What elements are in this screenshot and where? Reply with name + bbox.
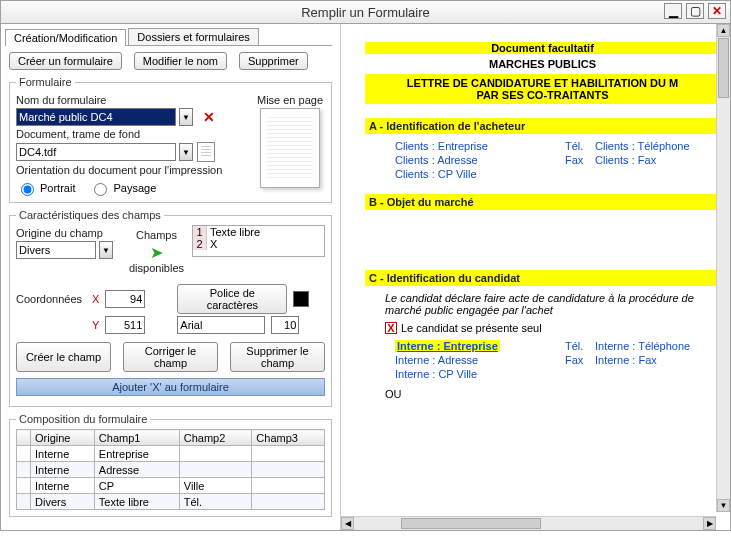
color-swatch[interactable]	[293, 291, 309, 307]
disponibles-label: disponibles	[129, 262, 184, 274]
col-champ1[interactable]: Champ1	[94, 430, 179, 446]
preview-pane: Document facultatif MARCHES PUBLICS LETT…	[341, 24, 730, 530]
page-preview[interactable]	[260, 108, 320, 188]
mise-en-page-label: Mise en page	[255, 94, 325, 106]
doc-input[interactable]	[16, 143, 176, 161]
origine-select[interactable]	[16, 241, 96, 259]
section-c: C - Identification du candidat	[365, 270, 720, 286]
y-input[interactable]	[105, 316, 145, 334]
coord-label: Coordonnées	[16, 293, 86, 305]
chevron-down-icon[interactable]: ▼	[99, 241, 113, 259]
fix-field-button[interactable]: Corriger le champ	[123, 342, 218, 372]
font-size-input[interactable]	[271, 316, 299, 334]
scroll-down-icon[interactable]: ▼	[717, 499, 730, 512]
doc-facultatif: Document facultatif	[365, 42, 720, 54]
x-label: X	[92, 293, 99, 305]
lettre-line2: PAR SES CO-TRAITANTS	[476, 89, 608, 101]
table-row: DiversTexte libreTél.	[17, 494, 325, 510]
font-button[interactable]: Police de caractères	[177, 284, 287, 314]
section-a: A - Identification de l'acheteur	[365, 118, 720, 134]
tab-creation[interactable]: Création/Modification	[5, 29, 126, 46]
table-row: InterneCPVille	[17, 478, 325, 494]
col-champ3[interactable]: Champ3	[252, 430, 325, 446]
delete-field-button[interactable]: Supprimer le champ	[230, 342, 325, 372]
formulaire-group: Formulaire Nom du formulaire ▼ ✕ Documen…	[9, 76, 332, 203]
y-label: Y	[92, 319, 99, 331]
table-row: InterneAdresse	[17, 462, 325, 478]
tab-dossiers[interactable]: Dossiers et formulaires	[128, 28, 258, 45]
scroll-thumb-h[interactable]	[401, 518, 541, 529]
add-field-bar[interactable]: Ajouter 'X' au formulaire	[16, 378, 325, 396]
paysage-radio[interactable]: Paysage	[89, 180, 156, 196]
left-pane: Création/Modification Dossiers et formul…	[1, 24, 341, 530]
create-field-button[interactable]: Créer le champ	[16, 342, 111, 372]
x-input[interactable]	[105, 290, 145, 308]
create-form-button[interactable]: Créer un formulaire	[9, 52, 122, 70]
col-champ2[interactable]: Champ2	[179, 430, 252, 446]
formulaire-legend: Formulaire	[16, 76, 75, 88]
portrait-radio[interactable]: Portrait	[16, 180, 75, 196]
rename-button[interactable]: Modifier le nom	[134, 52, 227, 70]
col-origine[interactable]: Origine	[31, 430, 95, 446]
minimize-icon[interactable]: ▁	[664, 3, 682, 19]
characteristics-legend: Caractéristiques des champs	[16, 209, 164, 221]
vertical-scrollbar[interactable]: ▲ ▼	[716, 24, 730, 512]
chevron-down-icon[interactable]: ▼	[179, 143, 193, 161]
scroll-right-icon[interactable]: ▶	[703, 517, 716, 530]
maximize-icon[interactable]: ▢	[686, 3, 704, 19]
arrow-right-icon[interactable]: ➤	[150, 244, 163, 261]
available-fields-list[interactable]: 1Texte libre 2X	[192, 225, 325, 257]
horizontal-scrollbar[interactable]: ◀ ▶	[341, 516, 716, 530]
marches-publics: MARCHES PUBLICS	[365, 58, 720, 70]
composition-legend: Composition du formulaire	[16, 413, 150, 425]
delete-button[interactable]: Supprimer	[239, 52, 308, 70]
close-icon[interactable]: ✕	[708, 3, 726, 19]
scroll-up-icon[interactable]: ▲	[717, 24, 730, 37]
window-title: Remplir un Formulaire	[301, 5, 430, 20]
font-name-input[interactable]	[177, 316, 265, 334]
titlebar: Remplir un Formulaire ▁ ▢ ✕	[0, 0, 731, 24]
delete-form-icon[interactable]: ✕	[203, 109, 215, 125]
scroll-left-icon[interactable]: ◀	[341, 517, 354, 530]
characteristics-group: Caractéristiques des champs Origine du c…	[9, 209, 332, 407]
candidat-declare: Le candidat déclare faire acte de candid…	[385, 292, 720, 316]
doc-label: Document, trame de fond	[16, 128, 245, 140]
x-checkbox-icon: X	[385, 322, 397, 334]
document-icon[interactable]	[197, 142, 215, 162]
form-name-select[interactable]	[16, 108, 176, 126]
composition-table[interactable]: Origine Champ1 Champ2 Champ3 InterneEntr…	[16, 429, 325, 510]
table-row: InterneEntreprise	[17, 446, 325, 462]
scroll-thumb[interactable]	[718, 38, 729, 98]
ou-text: OU	[385, 388, 720, 400]
lettre-line1: LETTRE DE CANDIDATURE ET HABILITATION DU…	[407, 77, 678, 89]
chevron-down-icon[interactable]: ▼	[179, 108, 193, 126]
origine-label: Origine du champ	[16, 227, 121, 239]
champs-label: Champs	[129, 229, 184, 241]
form-name-label: Nom du formulaire	[16, 94, 245, 106]
composition-group: Composition du formulaire Origine Champ1…	[9, 413, 332, 517]
orientation-label: Orientation du document pour l'impressio…	[16, 164, 245, 176]
section-b: B - Objet du marché	[365, 194, 720, 210]
